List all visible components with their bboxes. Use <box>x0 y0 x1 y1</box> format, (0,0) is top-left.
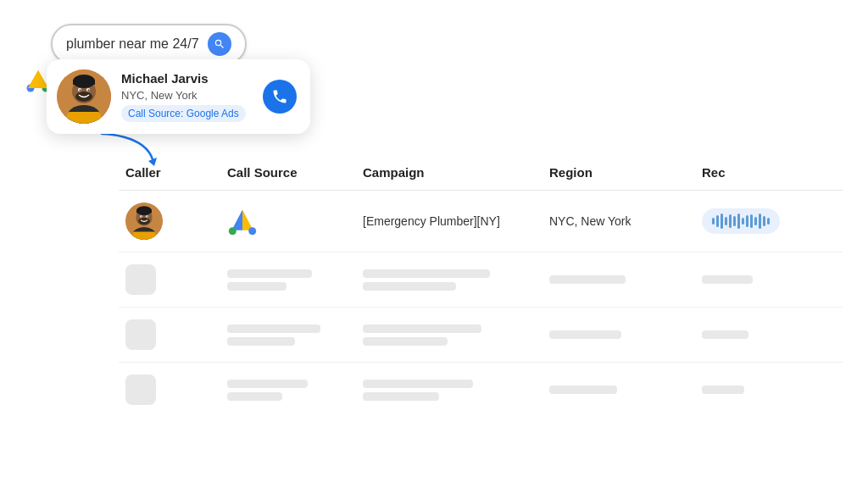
svg-marker-29 <box>231 210 242 230</box>
svg-point-32 <box>248 227 256 235</box>
wave-bar <box>712 218 715 225</box>
skeleton-caller-4 <box>119 374 220 405</box>
table-header: Caller Call Source Campaign Region Rec <box>119 157 843 191</box>
wave-bar <box>767 218 770 225</box>
skeleton-rec-3 <box>695 330 797 339</box>
waveform[interactable] <box>702 208 780 234</box>
row-avatar <box>125 202 163 240</box>
search-bar[interactable]: plumber near me 24/7 <box>51 24 247 64</box>
wave-bar <box>759 214 761 229</box>
svg-point-31 <box>229 227 236 235</box>
wave-bar <box>729 214 732 228</box>
col-call-source: Call Source <box>220 165 356 180</box>
phone-icon[interactable] <box>263 80 297 114</box>
svg-rect-26 <box>136 209 152 213</box>
wave-bar <box>733 216 736 226</box>
skeleton-campaign-3 <box>356 324 542 346</box>
wave-bar <box>746 215 748 227</box>
svg-rect-14 <box>73 80 95 85</box>
skeleton-rec-2 <box>695 275 797 284</box>
row-caller-cell <box>119 202 220 240</box>
region-text: NYC, New York <box>549 214 631 228</box>
google-ads-logo <box>227 206 258 236</box>
table-row: [Emergency Plumber][NY] NYC, New York <box>119 191 843 252</box>
table-row-skeleton-2 <box>119 252 843 308</box>
caller-location: NYC, New York <box>121 89 246 102</box>
campaign-text: [Emergency Plumber][NY] <box>363 214 500 228</box>
search-query: plumber near me 24/7 <box>66 36 199 52</box>
table-row-skeleton-3 <box>119 308 843 363</box>
skeleton-source-4 <box>220 380 356 401</box>
svg-point-23 <box>141 216 142 217</box>
table-row-skeleton-4 <box>119 363 843 417</box>
skeleton-region-3 <box>542 330 695 339</box>
svg-rect-15 <box>67 112 101 124</box>
page-container: plumber near me 24/7 <box>0 0 868 488</box>
wave-bar <box>725 217 727 225</box>
wave-bar <box>737 214 740 229</box>
search-icon[interactable] <box>208 32 231 56</box>
row-campaign-cell: [Emergency Plumber][NY] <box>356 214 542 228</box>
col-campaign: Campaign <box>356 165 542 180</box>
svg-rect-27 <box>132 231 156 240</box>
wave-bar <box>763 216 765 226</box>
skeleton-source-2 <box>220 269 356 291</box>
svg-marker-4 <box>28 70 48 88</box>
caller-name: Michael Jarvis <box>121 71 246 86</box>
svg-point-24 <box>147 216 147 217</box>
skeleton-campaign-2 <box>356 269 542 291</box>
avatar <box>57 69 111 124</box>
skeleton-caller-3 <box>119 319 220 350</box>
row-region-cell: NYC, New York <box>542 214 695 228</box>
svg-marker-30 <box>242 210 253 230</box>
row-rec-cell[interactable] <box>695 208 797 234</box>
wave-bar <box>716 215 719 227</box>
skeleton-caller-2 <box>119 264 220 295</box>
skeleton-region-2 <box>542 275 695 284</box>
col-rec: Rec <box>695 165 797 180</box>
svg-point-12 <box>88 90 90 92</box>
svg-point-11 <box>80 90 81 92</box>
wave-bar <box>750 214 753 228</box>
skeleton-campaign-4 <box>356 380 542 401</box>
wave-bar <box>742 218 744 225</box>
skeleton-source-3 <box>220 324 356 346</box>
row-call-source-cell <box>220 206 356 236</box>
wave-bar <box>754 217 757 225</box>
skeleton-rec-4 <box>695 385 797 394</box>
caller-card: Michael Jarvis NYC, New York Call Source… <box>47 59 310 134</box>
table-container: Caller Call Source Campaign Region Rec <box>119 157 843 417</box>
skeleton-region-4 <box>542 385 695 394</box>
wave-bar <box>721 214 723 229</box>
caller-source-badge: Call Source: Google Ads <box>121 105 246 122</box>
col-region: Region <box>542 165 695 180</box>
caller-info: Michael Jarvis NYC, New York Call Source… <box>121 71 246 122</box>
